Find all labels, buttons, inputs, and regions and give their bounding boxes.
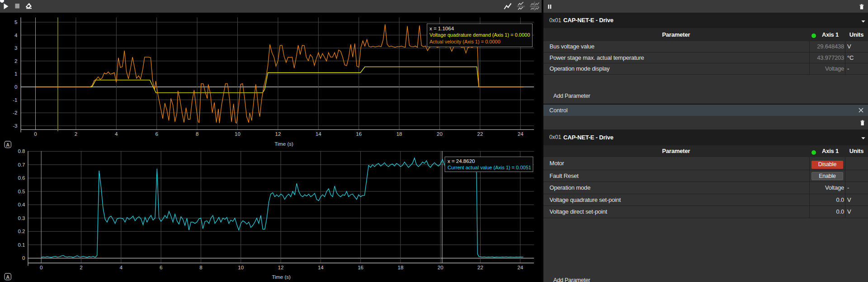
svg-text:2: 2 xyxy=(75,131,77,137)
svg-text:-1: -1 xyxy=(13,97,17,103)
svg-text:0.4: 0.4 xyxy=(18,202,26,207)
svg-text:16: 16 xyxy=(358,265,363,270)
svg-text:x = 1.1064: x = 1.1064 xyxy=(429,26,454,31)
svg-text:-2: -2 xyxy=(13,110,17,115)
svg-text:22: 22 xyxy=(477,131,483,137)
svg-text:12: 12 xyxy=(278,265,284,270)
svg-text:6: 6 xyxy=(155,131,158,137)
svg-text:2: 2 xyxy=(80,265,82,270)
svg-text:A: A xyxy=(6,274,9,280)
svg-text:Current actual value (Axis 1): Current actual value (Axis 1) = 0.0051 xyxy=(448,165,531,170)
svg-text:20: 20 xyxy=(438,265,443,270)
svg-text:0.2: 0.2 xyxy=(18,229,25,234)
svg-text:6: 6 xyxy=(160,265,162,270)
svg-text:0.3: 0.3 xyxy=(18,215,25,221)
svg-text:8: 8 xyxy=(199,265,202,270)
svg-text:20: 20 xyxy=(437,131,443,137)
svg-text:8: 8 xyxy=(196,131,198,137)
svg-text:0.5: 0.5 xyxy=(18,189,25,194)
svg-text:0.1: 0.1 xyxy=(18,242,25,248)
svg-text:A: A xyxy=(6,142,9,148)
svg-text:4: 4 xyxy=(14,33,18,38)
svg-text:-3: -3 xyxy=(13,123,17,129)
svg-text:22: 22 xyxy=(477,265,483,270)
svg-text:0: 0 xyxy=(34,131,37,137)
svg-text:Voltage quadrature demand (Axi: Voltage quadrature demand (Axis 1) = 0.0… xyxy=(429,32,530,38)
svg-text:14: 14 xyxy=(316,131,321,137)
svg-text:x = 24.8620: x = 24.8620 xyxy=(448,158,475,164)
svg-text:0: 0 xyxy=(22,255,25,261)
svg-text:4: 4 xyxy=(120,265,123,270)
svg-text:Actual velocity (Axis 1) = 0.0: Actual velocity (Axis 1) = 0.0000 xyxy=(429,39,500,44)
svg-text:12: 12 xyxy=(275,131,281,137)
svg-text:0: 0 xyxy=(40,265,42,270)
svg-text:1: 1 xyxy=(14,71,17,76)
svg-text:Time (s): Time (s) xyxy=(274,141,293,147)
svg-text:24: 24 xyxy=(518,131,524,137)
svg-text:18: 18 xyxy=(398,265,404,270)
svg-text:16: 16 xyxy=(356,131,362,137)
svg-text:10: 10 xyxy=(238,265,244,270)
svg-text:0.8: 0.8 xyxy=(18,148,25,154)
svg-text:18: 18 xyxy=(396,131,402,137)
svg-text:2: 2 xyxy=(14,58,17,64)
svg-text:4: 4 xyxy=(115,131,118,137)
svg-text:0.7: 0.7 xyxy=(18,162,25,167)
svg-text:0.6: 0.6 xyxy=(18,175,25,181)
svg-text:Time (s): Time (s) xyxy=(272,274,291,280)
svg-text:14: 14 xyxy=(318,265,324,270)
svg-text:5: 5 xyxy=(14,19,17,25)
svg-text:10: 10 xyxy=(235,131,241,137)
svg-text:24: 24 xyxy=(517,265,523,270)
svg-text:3: 3 xyxy=(14,45,17,51)
svg-text:0: 0 xyxy=(14,84,17,90)
